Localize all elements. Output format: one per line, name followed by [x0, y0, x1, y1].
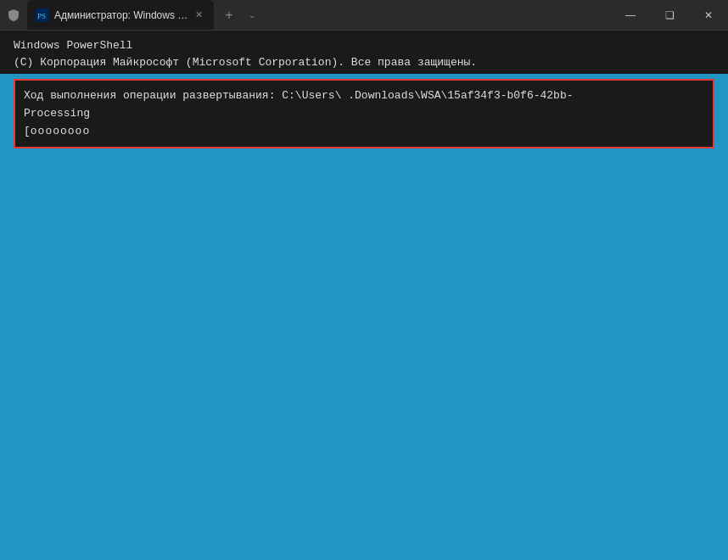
tab-close-button[interactable]: ✕	[192, 8, 205, 22]
new-tab-button[interactable]: +	[217, 3, 241, 27]
powershell-title-line: Windows PowerShell	[14, 37, 714, 54]
close-button[interactable]: ✕	[689, 0, 728, 31]
terminal-container: Windows PowerShell (С) Корпорация Майкро…	[0, 31, 728, 560]
progress-line-2: Processing	[24, 105, 704, 123]
progress-box: Ход выполнения операции развертывания: C…	[14, 79, 714, 148]
copyright-line: (С) Корпорация Майкрософт (Microsoft Cor…	[14, 54, 714, 71]
tab-label: Администратор: Windows Po...	[54, 9, 192, 21]
tab-active[interactable]: PS Администратор: Windows Po... ✕	[27, 0, 214, 30]
maximize-button[interactable]: ❑	[650, 0, 689, 31]
terminal-blue-area[interactable]: Ход выполнения операции развертывания: C…	[0, 74, 728, 560]
powershell-icon: PS	[36, 8, 49, 22]
titlebar: PS Администратор: Windows Po... ✕ + ⌄ — …	[0, 0, 728, 31]
terminal-header: Windows PowerShell (С) Корпорация Майкро…	[0, 31, 728, 74]
progress-space	[90, 123, 728, 141]
progress-bracket-open: [	[24, 123, 31, 141]
tab-dropdown-button[interactable]: ⌄	[243, 6, 261, 25]
window-controls: — ❑ ✕	[611, 0, 728, 30]
minimize-button[interactable]: —	[611, 0, 650, 31]
progress-bar-line: [oooooooo ]	[24, 123, 704, 141]
progress-ooo: oooooooo	[31, 123, 90, 141]
shield-icon	[7, 8, 20, 22]
svg-text:PS: PS	[37, 12, 46, 20]
progress-line-1: Ход выполнения операции развертывания: C…	[24, 87, 704, 105]
tab-area: PS Администратор: Windows Po... ✕ + ⌄	[25, 0, 611, 30]
